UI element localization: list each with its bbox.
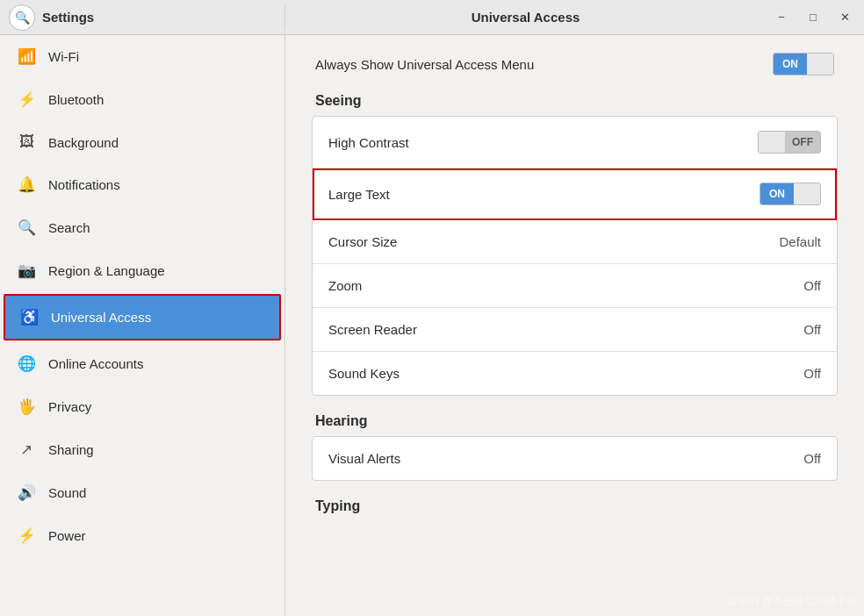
sidebar-label-sharing: Sharing	[48, 442, 94, 457]
settings-row-1-0: Visual AlertsOff	[313, 437, 837, 480]
online-accounts-icon: 🌐	[17, 355, 36, 373]
sidebar-label-sound: Sound	[48, 485, 86, 500]
settings-row-0-3: ZoomOff	[313, 264, 837, 308]
sidebar-item-region[interactable]: 📷Region & Language	[0, 249, 284, 292]
section-title-2: Typing	[312, 498, 838, 514]
row-toggle-0-0[interactable]: OFF	[758, 131, 821, 154]
row-label-0-1: Large Text	[328, 187, 390, 202]
sidebar-item-sharing[interactable]: ↗Sharing	[0, 428, 284, 471]
power-icon: ⚡	[17, 526, 36, 545]
sidebar-label-power: Power	[48, 528, 86, 543]
row-value-0-2: Default	[779, 234, 821, 249]
row-value-0-3: Off	[803, 278, 821, 293]
wifi-icon: 📶	[17, 47, 36, 66]
row-value-0-4: Off	[803, 322, 821, 337]
row-label-0-5: Sound Keys	[328, 366, 400, 381]
row-label-0-2: Cursor Size	[328, 234, 397, 249]
bluetooth-icon: ⚡	[17, 90, 36, 109]
titlebar-left: 🔍 Settings	[0, 4, 285, 31]
notifications-icon: 🔔	[17, 175, 36, 194]
universal-access-icon: ♿	[19, 308, 39, 326]
sidebar-label-universal-access: Universal Access	[51, 310, 151, 325]
content-title: Universal Access	[285, 10, 766, 25]
maximize-button[interactable]: □	[797, 4, 829, 31]
always-show-row: Always Show Universal Access Menu ON	[312, 53, 838, 75]
row-label-0-4: Screen Reader	[328, 322, 417, 337]
toggle-off-part: OFF	[785, 132, 820, 153]
toggle-on-part: ON	[760, 183, 794, 204]
sidebar-label-region: Region & Language	[48, 263, 165, 278]
section-title-0: Seeing	[312, 93, 838, 109]
window-controls: − □ ✕	[766, 4, 864, 31]
sidebar-label-search: Search	[48, 220, 90, 235]
sidebar-item-universal-access[interactable]: ♿Universal Access	[5, 296, 279, 339]
sound-icon: 🔊	[17, 483, 36, 502]
close-button[interactable]: ✕	[829, 4, 860, 31]
settings-title: Settings	[42, 10, 94, 25]
sidebar-label-privacy: Privacy	[48, 399, 91, 414]
settings-group-1: Visual AlertsOff	[312, 436, 838, 481]
settings-row-0-0: High ContrastOFF	[313, 117, 837, 168]
search-icon: 🔍	[17, 218, 36, 237]
toggle-handle	[759, 132, 785, 153]
background-icon: 🖼	[17, 133, 36, 151]
sharing-icon: ↗	[17, 441, 36, 459]
sidebar-label-online-accounts: Online Accounts	[48, 356, 143, 371]
sidebar-label-bluetooth: Bluetooth	[48, 92, 104, 107]
sidebar-item-bluetooth[interactable]: ⚡Bluetooth	[0, 78, 284, 121]
section-title-1: Hearing	[312, 413, 838, 429]
sidebar-label-notifications: Notifications	[48, 177, 120, 192]
toggle-on-label: ON	[774, 54, 807, 75]
sidebar-item-power[interactable]: ⚡Power	[0, 514, 284, 557]
settings-row-0-2: Cursor SizeDefault	[313, 220, 837, 264]
search-button[interactable]: 🔍	[9, 4, 35, 31]
settings-group-0: High ContrastOFFLarge TextONCursor SizeD…	[312, 116, 838, 396]
sidebar-item-sound[interactable]: 🔊Sound	[0, 471, 284, 514]
sidebar-label-wifi: Wi-Fi	[48, 49, 79, 64]
region-icon: 📷	[17, 261, 36, 280]
always-show-toggle[interactable]: ON	[773, 53, 834, 75]
sidebar-item-search[interactable]: 🔍Search	[0, 206, 284, 249]
row-label-0-3: Zoom	[328, 278, 362, 293]
settings-row-0-4: Screen ReaderOff	[313, 308, 837, 352]
main-layout: 📶Wi-Fi⚡Bluetooth🖼Background🔔Notification…	[0, 35, 864, 616]
sidebar-item-privacy[interactable]: 🖐Privacy	[0, 385, 284, 428]
sidebar-item-online-accounts[interactable]: 🌐Online Accounts	[0, 342, 284, 385]
titlebar: 🔍 Settings Universal Access − □ ✕	[0, 0, 864, 35]
always-show-label: Always Show Universal Access Menu	[315, 57, 534, 72]
watermark: CSDN @不想睡觉的橘子君	[729, 594, 857, 609]
toggle-handle	[807, 54, 833, 75]
toggle-handle	[794, 183, 820, 204]
settings-row-0-5: Sound KeysOff	[313, 352, 837, 395]
sidebar-item-wifi[interactable]: 📶Wi-Fi	[0, 35, 284, 78]
settings-row-0-1: Large TextON	[313, 168, 837, 220]
row-value-0-5: Off	[803, 366, 821, 381]
content-area: Always Show Universal Access Menu ON See…	[285, 35, 864, 616]
sidebar-item-background[interactable]: 🖼Background	[0, 121, 284, 163]
row-value-1-0: Off	[803, 451, 821, 466]
sidebar-item-wrapper-universal-access: ♿Universal Access	[4, 294, 281, 340]
sidebar-item-notifications[interactable]: 🔔Notifications	[0, 163, 284, 206]
row-label-0-0: High Contrast	[328, 135, 409, 150]
sidebar: 📶Wi-Fi⚡Bluetooth🖼Background🔔Notification…	[0, 35, 285, 616]
sidebar-label-background: Background	[48, 135, 119, 150]
row-label-1-0: Visual Alerts	[328, 451, 400, 466]
minimize-button[interactable]: −	[766, 4, 797, 31]
privacy-icon: 🖐	[17, 398, 36, 416]
row-toggle-0-1[interactable]: ON	[760, 183, 821, 205]
